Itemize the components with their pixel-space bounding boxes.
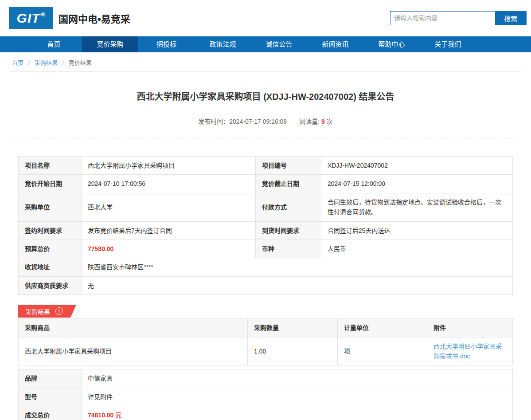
procurement-result-badge: 采购结果 1	[18, 305, 76, 318]
site-logo[interactable]: GIT®	[9, 7, 53, 29]
breadcrumb: 首页 / 采购结果 / 竞价结果	[12, 58, 531, 67]
brand-value: 中信家具	[82, 369, 513, 388]
currency-label: 币种	[256, 239, 321, 258]
nav-item-about-us[interactable]: 关于我们	[420, 36, 476, 52]
delivery-address-label: 收货地址	[19, 258, 82, 276]
budget-total-value: 77580.00	[82, 239, 256, 258]
table-row: 型号 详见附件	[19, 388, 513, 406]
registered-trademark-icon: ®	[41, 12, 46, 18]
announcement-card: 西北大学附属小学家具采购项目 (XDJJ-HW-202407002) 结果公告 …	[10, 71, 521, 420]
views-unit: 次	[327, 118, 333, 125]
breadcrumb-procurement-results-link[interactable]: 采购结果	[35, 59, 58, 66]
bid-deadline-label: 竞价截止日期	[256, 175, 321, 193]
table-row: 采购单位 西北大学 付款方式 合同生效后，待货物到达指定地点、安装调试验收合格后…	[19, 193, 513, 221]
views-label: 阅读量:	[299, 118, 320, 125]
breadcrumb-home-link[interactable]: 首页	[12, 59, 23, 66]
search-button[interactable]: 搜索	[495, 12, 526, 25]
project-code-value: XDJJ-HW-202407002	[321, 157, 513, 175]
search-input[interactable]	[390, 12, 495, 25]
supplier-qualification-value: 无	[82, 276, 513, 294]
product-name-value: 西北大学附属小学家具采购项目	[19, 337, 248, 365]
table-header-row: 采购商品 采购数量 计量单位 附件	[19, 319, 513, 337]
project-name-value: 西北大学附属小学家具采购项目	[82, 157, 256, 175]
product-unit-value: 项	[338, 337, 427, 365]
breadcrumb-separator: /	[28, 59, 30, 66]
table-row: 西北大学附属小学家具采购项目 1.00 项 西北大学附属小学家具采购需求书.do…	[19, 337, 513, 365]
payment-method-value: 合同生效后，待货物到达指定地点、安装调试验收合格后，一次性付清合同货款。	[321, 193, 513, 221]
delivery-time-value: 合同签订后25天内送达	[321, 221, 513, 239]
table-row: 预算总价 77580.00 币种 人民币	[19, 239, 513, 258]
table-row: 成交总价 74810.00 元	[19, 406, 513, 420]
breadcrumb-separator: /	[62, 59, 64, 66]
bid-deadline-value: 2024-07-15 12:00:00	[321, 175, 513, 193]
table-row: 品牌 中信家具	[19, 369, 513, 388]
nav-item-bidding-procurement[interactable]: 竞价采购	[82, 36, 138, 52]
currency-value: 人民币	[321, 239, 513, 258]
deal-total-price-label: 成交总价	[19, 406, 82, 420]
publish-time-label: 发布时间：	[198, 118, 229, 125]
product-column-header: 采购商品	[19, 319, 248, 337]
product-quantity-value: 1.00	[248, 337, 338, 365]
table-row: 收货地址 陕西省西安市碑林区****	[19, 258, 513, 276]
nav-item-policies[interactable]: 政策法规	[195, 36, 251, 52]
publish-time-value: 2024-07-17 09:16:08	[229, 118, 287, 125]
nav-item-news[interactable]: 新闻资讯	[307, 36, 363, 52]
table-row: 竞价开始日期 2024-07-10 17:00:56 竞价截止日期 2024-0…	[19, 175, 513, 193]
model-value: 详见附件	[82, 388, 513, 406]
table-row: 项目名称 西北大学附属小学家具采购项目 项目编号 XDJJ-HW-2024070…	[19, 157, 513, 175]
result-badge-number-icon: 1	[55, 307, 63, 315]
bid-start-value: 2024-07-10 17:00:56	[82, 175, 256, 193]
bid-start-label: 竞价开始日期	[19, 175, 82, 193]
logo-text: GIT	[17, 11, 40, 26]
nav-item-home[interactable]: 首页	[26, 36, 82, 52]
breadcrumb-current-page: 竞价结果	[69, 59, 92, 66]
quantity-column-header: 采购数量	[248, 319, 338, 337]
table-row: 签约时间要求 发布竞价结果后7天内签订合同 到货时间要求 合同签订后25天内送达	[19, 221, 513, 239]
model-label: 型号	[19, 388, 82, 406]
delivery-time-label: 到货时间要求	[256, 221, 321, 239]
table-row: 供应商资质要求 无	[19, 276, 513, 294]
nav-item-help-center[interactable]: 帮助中心	[363, 36, 420, 52]
brand-label: 品牌	[19, 369, 82, 388]
project-info-table: 项目名称 西北大学附属小学家具采购项目 项目编号 XDJJ-HW-2024070…	[18, 156, 513, 295]
project-code-label: 项目编号	[256, 157, 321, 175]
nav-item-tendering[interactable]: 招投标	[138, 36, 195, 52]
result-product-table: 采购商品 采购数量 计量单位 附件 西北大学附属小学家具采购项目 1.00 项 …	[18, 318, 513, 365]
site-title: 国网中电•易竞采	[59, 11, 390, 25]
announcement-meta: 发布时间：2024-07-17 09:16:08阅读量:9次	[10, 117, 521, 126]
search-bar: 搜索	[390, 11, 527, 25]
signing-time-label: 签约时间要求	[19, 221, 82, 239]
project-name-label: 项目名称	[19, 157, 82, 175]
nav-item-integrity-notice[interactable]: 诚信公告	[251, 36, 307, 52]
unit-column-header: 计量单位	[338, 319, 427, 337]
budget-total-label: 预算总价	[19, 239, 82, 258]
result-badge-label: 采购结果	[25, 307, 50, 316]
top-header: GIT® 国网中电•易竞采 搜索	[0, 0, 531, 36]
purchaser-label: 采购单位	[19, 193, 82, 221]
views-count: 9	[321, 118, 325, 125]
attachment-doc-link[interactable]: 西北大学附属小学家具采购需求书.doc	[433, 343, 502, 360]
result-detail-table: 品牌 中信家具 型号 详见附件 成交总价 74810.00 元 成交供应商 西安…	[18, 369, 513, 420]
payment-method-label: 付款方式	[256, 193, 321, 221]
main-nav: 首页 竞价采购 招投标 政策法规 诚信公告 新闻资讯 帮助中心 关于我们	[0, 36, 531, 52]
delivery-address-value: 陕西省西安市碑林区****	[82, 258, 513, 276]
supplier-qualification-label: 供应商资质要求	[19, 276, 82, 294]
dashed-divider	[10, 138, 521, 138]
attachment-column-header: 附件	[427, 319, 513, 337]
announcement-title: 西北大学附属小学家具采购项目 (XDJJ-HW-202407002) 结果公告	[10, 90, 521, 102]
signing-time-value: 发布竞价结果后7天内签订合同	[82, 221, 256, 239]
deal-total-price-value: 74810.00 元	[82, 406, 513, 420]
purchaser-value: 西北大学	[82, 193, 256, 221]
